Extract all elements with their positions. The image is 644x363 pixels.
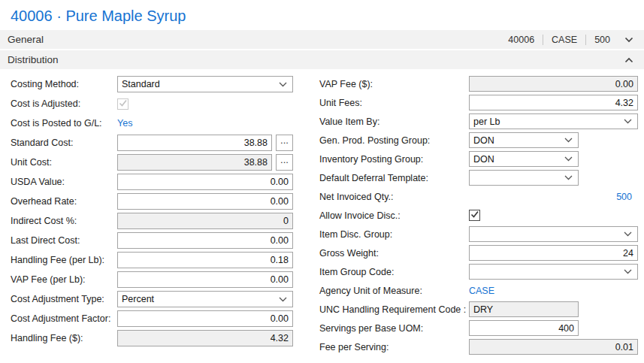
chevron-down-icon xyxy=(279,82,287,87)
gross-weight-field xyxy=(469,245,638,261)
section-header-distribution[interactable]: Distribution xyxy=(0,50,644,69)
chevron-down-icon[interactable] xyxy=(624,37,633,43)
overhead-rate-input[interactable] xyxy=(117,193,293,210)
indirect-cost-pct-label: Indirect Cost %: xyxy=(11,216,117,226)
unit-fees-label: Unit Fees: xyxy=(319,98,469,108)
value-item-by-select[interactable]: per Lb xyxy=(469,113,638,129)
field-row-agency-unit-of-measure: Agency Unit of Measure:CASE xyxy=(319,281,638,300)
field-row-indirect-cost-pct: Indirect Cost %: xyxy=(11,211,314,231)
cost-adjustment-type-selected-value: Percent xyxy=(122,294,154,304)
indirect-cost-pct-field xyxy=(117,213,293,229)
chevron-down-icon xyxy=(624,119,632,124)
net-invoiced-qty-link[interactable]: 500 xyxy=(616,192,632,202)
costing-method-field: Standard xyxy=(117,76,293,92)
usda-value-input[interactable] xyxy=(117,174,293,190)
vap-fee-dollars-field xyxy=(469,76,638,92)
overhead-rate-label: Overhead Rate: xyxy=(11,196,117,207)
allow-invoice-disc-checkbox[interactable] xyxy=(469,210,480,221)
cost-adjustment-type-label: Cost Adjustment Type: xyxy=(11,294,117,304)
unit-cost-label: Unit Cost: xyxy=(11,157,117,168)
field-row-vap-fee-dollars: VAP Fee ($): xyxy=(319,74,638,93)
cost-adjustment-type-field: Percent xyxy=(117,291,293,307)
section-header-general[interactable]: General 40006 CASE 500 xyxy=(0,30,644,49)
item-card-page: 40006 · Pure Maple Syrup General 40006 C… xyxy=(0,0,644,363)
distribution-fasttab-content: Costing Method:StandardCost is Adjusted:… xyxy=(0,69,644,356)
item-disc-group-select[interactable] xyxy=(469,226,638,242)
cost-is-posted-to-gl-label: Cost is Posted to G/L: xyxy=(11,118,117,129)
costing-method-select[interactable]: Standard xyxy=(117,76,293,92)
default-deferral-template-label: Default Deferral Template: xyxy=(319,173,469,183)
inventory-posting-group-selected-value: DON xyxy=(473,154,494,165)
cost-adjustment-factor-label: Cost Adjustment Factor: xyxy=(11,313,117,324)
last-direct-cost-input[interactable] xyxy=(117,232,293,249)
chevron-down-icon xyxy=(564,138,573,143)
servings-per-base-uom-input[interactable] xyxy=(469,320,579,336)
cost-is-posted-to-gl-link[interactable]: Yes xyxy=(117,118,132,129)
fee-per-serving-field xyxy=(469,339,638,355)
chevron-down-icon xyxy=(564,175,573,180)
field-row-fee-per-serving: Fee per Serving: xyxy=(319,337,638,356)
fields-column-left: Costing Method:StandardCost is Adjusted:… xyxy=(11,74,314,356)
field-row-vap-fee-per-lb: VAP Fee (per Lb): xyxy=(11,270,314,289)
field-row-unit-fees: Unit Fees: xyxy=(319,93,638,112)
summary-separator xyxy=(585,35,586,45)
cost-adjustment-type-select[interactable]: Percent xyxy=(117,291,293,307)
cost-is-adjusted-checkbox xyxy=(117,98,128,110)
handling-fee-dollars-label: Handling Fee ($): xyxy=(11,333,117,343)
field-row-handling-fee-per-lb: Handling Fee (per Lb): xyxy=(11,250,314,270)
field-row-standard-cost: Standard Cost:... xyxy=(11,133,314,153)
field-row-cost-adjustment-factor: Cost Adjustment Factor: xyxy=(11,309,314,328)
unit-cost-assist-edit-button[interactable]: ... xyxy=(276,154,293,171)
standard-cost-label: Standard Cost: xyxy=(11,138,117,148)
chevron-down-icon xyxy=(624,269,632,274)
net-invoiced-qty-field: 500 xyxy=(469,192,638,202)
value-item-by-selected-value: per Lb xyxy=(473,116,500,127)
unc-handling-requirement-code-field xyxy=(469,301,638,317)
inventory-posting-group-field: DON xyxy=(469,151,638,167)
field-row-unc-handling-requirement-code: UNC Handling Requirement Code : xyxy=(319,300,638,319)
allow-invoice-disc-label: Allow Invoice Disc.: xyxy=(319,210,469,221)
summary-quantity: 500 xyxy=(594,35,610,45)
net-invoiced-qty-label: Net Invoiced Qty.: xyxy=(319,192,469,202)
fee-per-serving-label: Fee per Serving: xyxy=(319,342,469,352)
general-summary: 40006 CASE 500 xyxy=(508,35,633,45)
fields-column-right: VAP Fee ($):Unit Fees:Value Item By:per … xyxy=(319,74,638,356)
field-row-gen-prod-posting-group: Gen. Prod. Posting Group:DON xyxy=(319,131,638,150)
standard-cost-assist-edit-button[interactable]: ... xyxy=(276,135,293,151)
item-disc-group-field xyxy=(469,226,638,242)
handling-fee-per-lb-label: Handling Fee (per Lb): xyxy=(11,255,117,265)
costing-method-selected-value: Standard xyxy=(122,79,160,89)
servings-per-base-uom-label: Servings per Base UOM: xyxy=(319,323,469,334)
item-group-code-field xyxy=(469,264,638,280)
field-row-value-item-by: Value Item By:per Lb xyxy=(319,112,638,131)
chevron-down-icon xyxy=(624,231,632,237)
chevron-up-icon[interactable] xyxy=(624,57,633,63)
summary-item-number: 40006 xyxy=(508,35,534,45)
cost-adjustment-factor-input[interactable] xyxy=(117,310,293,327)
item-group-code-select[interactable] xyxy=(469,264,638,280)
cost-adjustment-factor-field xyxy=(117,310,293,327)
field-row-inventory-posting-group: Inventory Posting Group:DON xyxy=(319,150,638,168)
agency-unit-of-measure-field: CASE xyxy=(469,286,638,296)
vap-fee-per-lb-input[interactable] xyxy=(117,271,293,288)
vap-fee-per-lb-field xyxy=(117,271,293,288)
agency-unit-of-measure-link[interactable]: CASE xyxy=(469,286,494,296)
field-row-usda-value: USDA Value: xyxy=(11,172,314,192)
handling-fee-per-lb-input[interactable] xyxy=(117,252,293,268)
usda-value-label: USDA Value: xyxy=(11,177,117,187)
gross-weight-input[interactable] xyxy=(469,245,638,261)
cost-is-adjusted-label: Cost is Adjusted: xyxy=(11,98,117,109)
standard-cost-input[interactable] xyxy=(117,135,272,151)
default-deferral-template-select[interactable] xyxy=(469,170,579,186)
inventory-posting-group-select[interactable]: DON xyxy=(469,151,579,167)
chevron-down-icon xyxy=(279,297,287,302)
unc-handling-requirement-code-label: UNC Handling Requirement Code : xyxy=(319,304,469,315)
indirect-cost-pct-input xyxy=(117,213,293,229)
section-distribution-label: Distribution xyxy=(8,54,59,65)
summary-separator xyxy=(543,35,543,45)
inventory-posting-group-label: Inventory Posting Group: xyxy=(319,154,469,165)
unit-fees-input[interactable] xyxy=(469,95,638,110)
overhead-rate-field xyxy=(117,193,293,210)
gen-prod-posting-group-select[interactable]: DON xyxy=(469,132,579,148)
section-general-label: General xyxy=(8,34,44,45)
